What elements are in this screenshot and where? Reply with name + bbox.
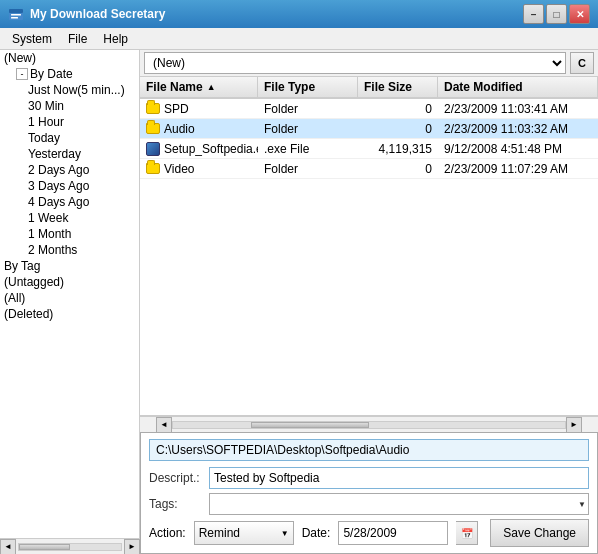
menu-bar: System File Help (0, 28, 598, 50)
file-date-audio: 2/23/2009 11:03:32 AM (438, 119, 598, 138)
header-filetype[interactable]: File Type (258, 77, 358, 97)
title-bar: My Download Secretary – □ ✕ (0, 0, 598, 28)
sort-arrow-filename: ▲ (207, 82, 216, 92)
main-container: (New) - By Date Just Now(5 min...) 30 Mi… (0, 50, 598, 554)
tree-item-today[interactable]: Today (0, 130, 139, 146)
descript-input[interactable] (209, 467, 589, 489)
action-dropdown[interactable]: Remind (194, 521, 294, 545)
folder-icon-spd (146, 103, 160, 114)
scroll-right-arrow[interactable]: ► (566, 417, 582, 433)
maximize-button[interactable]: □ (546, 4, 567, 24)
scroll-left-arrow[interactable]: ◄ (156, 417, 172, 433)
date-field[interactable]: 5/28/2009 (338, 521, 448, 545)
file-type-exe: .exe File (258, 139, 358, 158)
file-date-spd: 2/23/2009 11:03:41 AM (438, 99, 598, 118)
menu-help[interactable]: Help (95, 30, 136, 48)
file-row-exe[interactable]: Setup_Softpedia.exe .exe File 4,119,315 … (140, 139, 598, 159)
tree-item-1hour[interactable]: 1 Hour (0, 114, 139, 130)
file-name-audio: Audio (140, 119, 258, 138)
c-button[interactable]: C (570, 52, 594, 74)
hscroll-thumb[interactable] (251, 422, 369, 428)
file-list: File Name ▲ File Type File Size Date Mod… (140, 77, 598, 416)
tree-item-2days[interactable]: 2 Days Ago (0, 162, 139, 178)
left-panel-scroll-right[interactable]: ► (124, 539, 140, 555)
tree-item-4days[interactable]: 4 Days Ago (0, 194, 139, 210)
calendar-button[interactable]: 📅 (456, 521, 478, 545)
tags-label: Tags: (149, 497, 209, 511)
tree-item-yesterday[interactable]: Yesterday (0, 146, 139, 162)
tags-field[interactable]: ▼ (209, 493, 589, 515)
toolbar-dropdown[interactable]: (New) (144, 52, 566, 74)
header-filesize[interactable]: File Size (358, 77, 438, 97)
minimize-button[interactable]: – (523, 4, 544, 24)
path-display: C:\Users\SOFTPEDIA\Desktop\Softpedia\Aud… (149, 439, 589, 461)
left-panel: (New) - By Date Just Now(5 min...) 30 Mi… (0, 50, 140, 554)
left-hscroll-track (18, 543, 122, 551)
file-size-audio: 0 (358, 119, 438, 138)
toolbar: (New) C (140, 50, 598, 77)
tree-item-30min[interactable]: 30 Min (0, 98, 139, 114)
tree-item-3days[interactable]: 3 Days Ago (0, 178, 139, 194)
file-type-audio: Folder (258, 119, 358, 138)
file-date-video: 2/23/2009 11:07:29 AM (438, 159, 598, 178)
left-panel-scroll-left[interactable]: ◄ (0, 539, 16, 555)
file-name-video: Video (140, 159, 258, 178)
tree-item-bytag[interactable]: By Tag (0, 258, 139, 274)
svg-rect-2 (11, 14, 21, 16)
tree-label-bydate: By Date (30, 67, 73, 81)
descript-label: Descript.: (149, 471, 209, 485)
file-type-video: Folder (258, 159, 358, 178)
right-panel: (New) C File Name ▲ File Type File Size … (140, 50, 598, 554)
exe-icon (146, 142, 160, 156)
tree-item-bydate[interactable]: - By Date (0, 66, 139, 82)
file-list-header: File Name ▲ File Type File Size Date Mod… (140, 77, 598, 99)
action-row: Action: Remind Date: 5/28/2009 📅 Save Ch… (149, 519, 589, 547)
tree-item-1month[interactable]: 1 Month (0, 226, 139, 242)
menu-file[interactable]: File (60, 30, 95, 48)
file-type-spd: Folder (258, 99, 358, 118)
file-row-video[interactable]: Video Folder 0 2/23/2009 11:07:29 AM (140, 159, 598, 179)
folder-icon-audio (146, 123, 160, 134)
save-change-button[interactable]: Save Change (490, 519, 589, 547)
tree-item-1week[interactable]: 1 Week (0, 210, 139, 226)
tags-row: Tags: ▼ (149, 493, 589, 515)
file-name-exe: Setup_Softpedia.exe (140, 139, 258, 158)
descript-row: Descript.: (149, 467, 589, 489)
tree-item-deleted[interactable]: (Deleted) (0, 306, 139, 322)
header-datemodified[interactable]: Date Modified (438, 77, 598, 97)
h-scrollbar[interactable]: ◄ ► (140, 416, 598, 432)
action-label: Action: (149, 526, 186, 540)
svg-rect-3 (11, 17, 18, 19)
window-controls: – □ ✕ (523, 4, 590, 24)
file-row-spd[interactable]: SPD Folder 0 2/23/2009 11:03:41 AM (140, 99, 598, 119)
hscroll-track[interactable] (172, 421, 566, 429)
tree-item-2months[interactable]: 2 Months (0, 242, 139, 258)
svg-rect-1 (9, 9, 23, 13)
tags-dropdown-arrow[interactable]: ▼ (578, 500, 586, 509)
tree-item-new[interactable]: (New) (0, 50, 139, 66)
folder-icon-video (146, 163, 160, 174)
file-size-spd: 0 (358, 99, 438, 118)
window-title: My Download Secretary (30, 7, 523, 21)
left-hscroll-thumb (19, 544, 70, 550)
header-filename[interactable]: File Name ▲ (140, 77, 258, 97)
file-size-exe: 4,119,315 (358, 139, 438, 158)
close-button[interactable]: ✕ (569, 4, 590, 24)
left-bottom-scrollbar[interactable]: ◄ ► (0, 538, 140, 554)
file-list-body: SPD Folder 0 2/23/2009 11:03:41 AM Audio… (140, 99, 598, 415)
file-row-audio[interactable]: Audio Folder 0 2/23/2009 11:03:32 AM (140, 119, 598, 139)
file-name-spd: SPD (140, 99, 258, 118)
app-icon (8, 6, 24, 22)
tree-item-untagged[interactable]: (Untagged) (0, 274, 139, 290)
menu-system[interactable]: System (4, 30, 60, 48)
file-date-exe: 9/12/2008 4:51:48 PM (438, 139, 598, 158)
bottom-panel: C:\Users\SOFTPEDIA\Desktop\Softpedia\Aud… (140, 432, 598, 554)
date-label: Date: (302, 526, 331, 540)
file-size-video: 0 (358, 159, 438, 178)
tree-item-all[interactable]: (All) (0, 290, 139, 306)
tree-item-justnow[interactable]: Just Now(5 min...) (0, 82, 139, 98)
expander-bydate[interactable]: - (16, 68, 28, 80)
